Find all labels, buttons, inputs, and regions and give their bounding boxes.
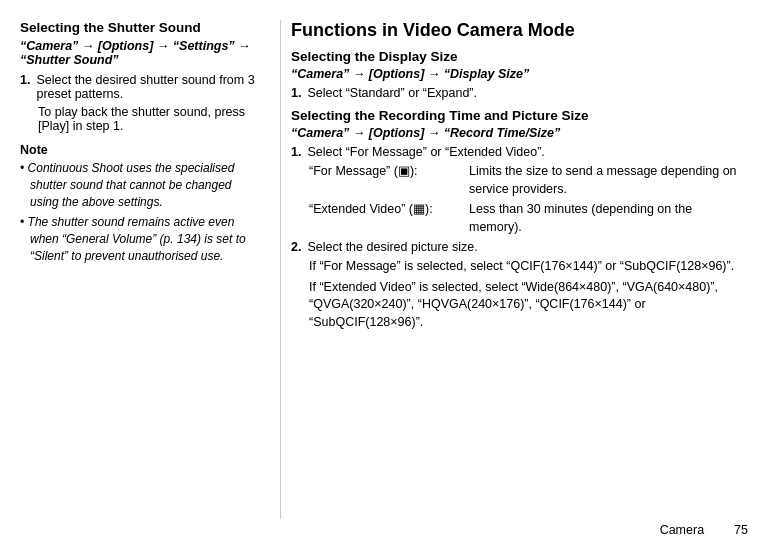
section2-step1-num: 1. xyxy=(291,145,301,159)
note-label: Note xyxy=(20,143,260,157)
left-menu-path: “Camera” → [Options] → “Settings” → “Shu… xyxy=(20,39,260,67)
option-row-2: “Extended Video” (▦): Less than 30 minut… xyxy=(309,201,748,236)
note-item-1: Continuous Shoot uses the specialised sh… xyxy=(20,160,260,210)
section2-list2: 2. Select the desired picture size. xyxy=(291,240,748,254)
section1-step1: 1. Select “Standard” or “Expand”. xyxy=(291,86,748,100)
left-step1-num: 1. xyxy=(20,73,30,101)
section2-step2-num: 2. xyxy=(291,240,301,254)
left-step1: 1. Select the desired shutter sound from… xyxy=(20,73,260,101)
footer-camera-label: Camera xyxy=(660,523,704,537)
section1-list: 1. Select “Standard” or “Expand”. xyxy=(291,86,748,100)
main-title: Functions in Video Camera Mode xyxy=(291,20,748,41)
note-item-2: The shutter sound remains active even wh… xyxy=(20,214,260,264)
left-step1-indent: To play back the shutter sound, press [P… xyxy=(38,105,260,133)
note-section: Note Continuous Shoot uses the specialis… xyxy=(20,143,260,265)
section2-menu-path: “Camera” → [Options] → “Record Time/Size… xyxy=(291,126,748,140)
section2-step2: 2. Select the desired picture size. xyxy=(291,240,748,254)
step2-indent1: If “For Message” is selected, select “QC… xyxy=(309,258,748,276)
section-display-size: Selecting the Display Size “Camera” → [O… xyxy=(291,49,748,100)
step2-indent2: If “Extended Video” is selected, select … xyxy=(309,279,748,332)
left-column: Selecting the Shutter Sound “Camera” → [… xyxy=(20,20,280,519)
note-list: Continuous Shoot uses the specialised sh… xyxy=(20,160,260,265)
section2-step1: 1. Select “For Message” or “Extended Vid… xyxy=(291,145,748,159)
section2-step1-text: Select “For Message” or “Extended Video”… xyxy=(307,145,544,159)
section1-step1-text: Select “Standard” or “Expand”. xyxy=(307,86,477,100)
left-section-title: Selecting the Shutter Sound xyxy=(20,20,260,35)
section1-menu-path: “Camera” → [Options] → “Display Size” xyxy=(291,67,748,81)
page-container: Selecting the Shutter Sound “Camera” → [… xyxy=(0,0,768,549)
footer-page-number: 75 xyxy=(734,523,748,537)
section-recording: Selecting the Recording Time and Picture… xyxy=(291,108,748,331)
section1-step1-num: 1. xyxy=(291,86,301,100)
option2-label: “Extended Video” (▦): xyxy=(309,201,469,216)
option1-label: “For Message” (▣): xyxy=(309,163,469,178)
left-numbered-list: 1. Select the desired shutter sound from… xyxy=(20,73,260,101)
option-row-1: “For Message” (▣): Limits the size to se… xyxy=(309,163,748,198)
option1-desc: Limits the size to send a message depend… xyxy=(469,163,748,198)
option2-desc: Less than 30 minutes (depending on the m… xyxy=(469,201,748,236)
right-column: Functions in Video Camera Mode Selecting… xyxy=(280,20,748,519)
option-table: “For Message” (▣): Limits the size to se… xyxy=(309,163,748,236)
section2-list: 1. Select “For Message” or “Extended Vid… xyxy=(291,145,748,159)
section1-title: Selecting the Display Size xyxy=(291,49,748,64)
section2-step2-text: Select the desired picture size. xyxy=(307,240,477,254)
page-footer: Camera 75 xyxy=(660,523,748,537)
left-step1-text: Select the desired shutter sound from 3 … xyxy=(36,73,260,101)
section2-title: Selecting the Recording Time and Picture… xyxy=(291,108,748,123)
